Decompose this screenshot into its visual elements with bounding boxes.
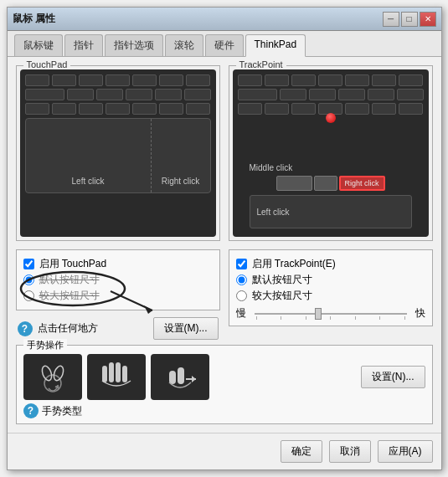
kb-key [126, 89, 152, 100]
kb-key [25, 74, 49, 86]
tabs-bar: 鼠标键 指针 指针选项 滚轮 硬件 ThinkPad [8, 31, 441, 57]
kb-key [399, 74, 423, 86]
large-size-radio[interactable] [23, 290, 34, 301]
svg-rect-9 [122, 366, 127, 382]
svg-rect-7 [109, 362, 114, 382]
trackpoint-right-button: Right click [339, 176, 385, 191]
tick [330, 316, 331, 320]
tab-wheel[interactable]: 滚轮 [165, 34, 203, 56]
tp-large-size-radio[interactable] [236, 290, 247, 301]
gestures-settings-button[interactable]: 设置(N)... [361, 366, 425, 388]
svg-rect-6 [102, 366, 107, 382]
apply-button[interactable]: 应用(A) [378, 440, 433, 463]
kb-key [265, 103, 289, 115]
cancel-button[interactable]: 取消 [329, 440, 371, 463]
tp-default-size-radio[interactable] [236, 274, 247, 285]
enable-touchpad-checkbox[interactable] [23, 259, 34, 269]
trackpoint-left-button [276, 176, 312, 191]
kb-key [238, 89, 277, 100]
fast-label: 快 [415, 306, 425, 321]
tp-radio-default: 默认按钮尺寸 [236, 273, 425, 287]
tab-content: TouchPad [8, 57, 441, 433]
kb-key [368, 89, 394, 100]
window-controls: ─ □ ✕ [383, 12, 436, 27]
touchpad-radio-row2: 较大按钮尺寸 [23, 289, 213, 303]
tick [379, 316, 380, 320]
gesture-multifingers-icon [95, 356, 137, 399]
help-icon[interactable]: ? [18, 321, 33, 336]
gesture-multifingers-thumb [87, 354, 146, 400]
maximize-button[interactable]: □ [401, 12, 418, 27]
tab-hardware[interactable]: 硬件 [205, 34, 244, 56]
kb-key [186, 103, 210, 115]
tab-mouse-keys[interactable]: 鼠标键 [14, 34, 63, 56]
trackpoint-surface: Left click [250, 195, 412, 228]
enable-trackpoint-label: 启用 TrackPoint(E) [252, 257, 336, 271]
touchpad-image: Left click Right click [20, 69, 216, 237]
speed-row: 慢 [236, 306, 425, 321]
trackpoint-options-container: 启用 TrackPoint(E) 默认按钮尺寸 较大按钮尺寸 慢 [229, 249, 433, 340]
trackpoint-buttons: Right click [276, 176, 385, 191]
kb-key [372, 103, 396, 115]
kb-key [291, 74, 316, 86]
kb-key [238, 103, 262, 115]
gesture-rotate-icon [32, 356, 74, 398]
svg-point-4 [40, 364, 54, 381]
slow-label: 慢 [236, 306, 246, 321]
gesture-help-icon[interactable]: ? [23, 403, 39, 418]
kb-key [345, 103, 369, 115]
footer-buttons: 确定 取消 应用(A) [8, 433, 441, 469]
default-size-radio[interactable] [23, 274, 34, 285]
touchpad-hint-row: ? 点击任何地方 设置(M)... [16, 317, 220, 340]
kb-key [106, 103, 130, 115]
window-title: 鼠标 属性 [13, 12, 55, 26]
tp-default-size-label: 默认按钮尺寸 [252, 273, 312, 287]
kb-key [318, 74, 342, 86]
kb-key [79, 103, 103, 115]
middle-click-label: Middle click [250, 163, 293, 172]
trackpoint-image: Right click Middle click Left click [233, 69, 429, 237]
kb-key [96, 89, 123, 100]
trackpoint-group-title: TrackPoint [236, 59, 286, 69]
enable-trackpoint-checkbox[interactable] [236, 259, 247, 269]
kb-key [280, 89, 306, 100]
touchpad-hint-label: 点击任何地方 [38, 321, 98, 336]
large-size-label: 较大按钮尺寸 [39, 289, 100, 303]
kb-key [184, 89, 211, 100]
gesture-swipe-thumb [151, 354, 209, 400]
minimize-button[interactable]: ─ [383, 12, 399, 27]
tp-left-click-label: Left click [257, 208, 290, 217]
close-button[interactable]: ✕ [420, 12, 436, 27]
kb-key [25, 89, 64, 100]
tick [281, 316, 281, 320]
tick [306, 316, 306, 320]
ok-button[interactable]: 确定 [281, 440, 322, 463]
kb-key [345, 74, 369, 86]
tab-pointer[interactable]: 指针 [64, 34, 103, 56]
bottom-options: 启用 TouchPad 默认按钮尺寸 较大按钮尺寸 [16, 249, 433, 340]
enable-trackpoint-row: 启用 TrackPoint(E) [236, 257, 425, 271]
panels-row: TouchPad [16, 65, 433, 241]
touchpad-panel: TouchPad [16, 65, 220, 241]
kb-key [106, 74, 130, 86]
tp-large-size-label: 较大按钮尺寸 [252, 289, 312, 303]
default-size-label: 默认按钮尺寸 [39, 273, 100, 287]
left-click-label: Left click [72, 177, 105, 186]
svg-rect-10 [169, 371, 176, 384]
speed-slider[interactable] [255, 308, 407, 320]
tab-pointer-options[interactable]: 指针选项 [105, 34, 163, 56]
touchpad-settings-button[interactable]: 设置(M)... [153, 317, 219, 340]
trackpoint-options: 启用 TrackPoint(E) 默认按钮尺寸 较大按钮尺寸 慢 [229, 249, 433, 326]
titlebar: 鼠标 属性 ─ □ ✕ [8, 8, 441, 31]
dialog-window: 鼠标 属性 ─ □ ✕ 鼠标键 指针 指针选项 滚轮 硬件 ThinkPad T… [7, 7, 442, 470]
kb-key [155, 89, 182, 100]
kb-key [399, 103, 423, 115]
gesture-rotate-thumb [23, 354, 82, 400]
left-click-zone: Left click [26, 119, 152, 192]
right-click-label: Right click [162, 177, 200, 186]
right-click-zone: Right click [152, 119, 210, 192]
touchpad-group-title: TouchPad [23, 59, 71, 69]
kb-key [132, 74, 157, 86]
tab-thinkpad[interactable]: ThinkPad [245, 34, 306, 57]
trackpoint-panel: TrackPoint [229, 65, 433, 241]
